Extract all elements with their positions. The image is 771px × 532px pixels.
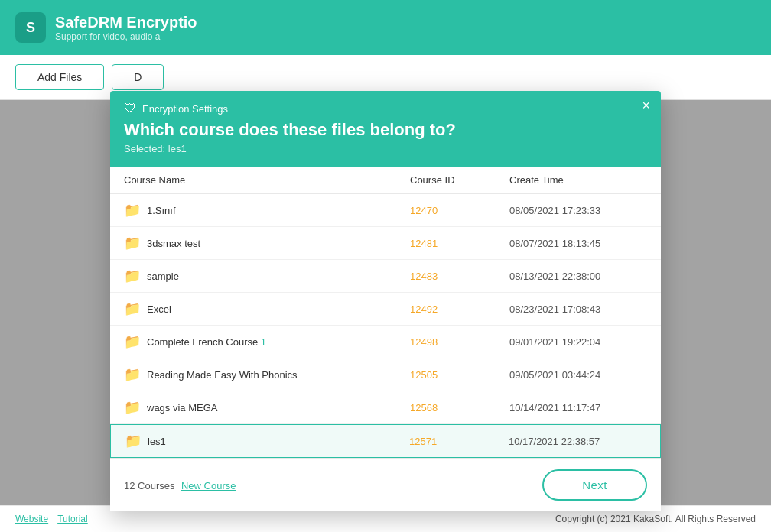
- new-course-link[interactable]: New Course: [181, 480, 236, 491]
- tutorial-link[interactable]: Tutorial: [57, 514, 88, 524]
- app-logo: S: [15, 12, 46, 43]
- table-row[interactable]: 📁Excel1249208/23/2021 17:08:43: [110, 293, 661, 326]
- dialog-footer: 12 Courses New Course Next: [110, 458, 661, 511]
- folder-icon: 📁: [124, 399, 141, 416]
- courses-count: 12 Courses: [124, 480, 174, 491]
- dialog-question: Which course does these files belong to?: [124, 120, 647, 140]
- folder-icon: 📁: [124, 333, 141, 350]
- add-files-button[interactable]: Add Files: [15, 64, 104, 90]
- folder-icon: 📁: [124, 366, 141, 383]
- modal-overlay: 🛡 Encryption Settings × Which course doe…: [0, 100, 771, 505]
- col-header-course-name: Course Name: [124, 174, 410, 186]
- course-id-cell: 12481: [410, 238, 509, 249]
- course-name: Reading Made Easy With Phonics: [147, 369, 298, 381]
- course-name: Excel: [147, 303, 171, 315]
- course-name: sample: [147, 271, 179, 282]
- course-name: Complete French Course 1: [147, 336, 266, 348]
- table-body[interactable]: 📁1.Sınıf1247008/05/2021 17:23:33📁3dsmax …: [110, 194, 661, 458]
- course-name-cell: 📁1.Sınıf: [124, 202, 410, 219]
- folder-icon: 📁: [124, 235, 141, 251]
- folder-icon: 📁: [124, 268, 141, 284]
- course-id-cell: 12568: [410, 402, 509, 414]
- footer-links: Website Tutorial: [15, 514, 88, 524]
- table-row[interactable]: 📁Complete French Course 11249809/01/2021…: [110, 326, 661, 358]
- course-id-cell: 12470: [410, 205, 509, 216]
- shield-icon: 🛡: [124, 102, 136, 115]
- course-id-cell: 12505: [410, 369, 509, 381]
- folder-icon: 📁: [125, 433, 142, 449]
- table-row[interactable]: 📁wags via MEGA1256810/14/2021 11:17:47: [110, 391, 661, 424]
- course-name-cell: 📁Reading Made Easy With Phonics: [124, 366, 410, 383]
- col-header-create-time: Create Time: [509, 174, 647, 186]
- app-title: SafeDRM Encryptio: [55, 14, 197, 31]
- dialog-close-button[interactable]: ×: [642, 99, 650, 112]
- table-row[interactable]: 📁1.Sınıf1247008/05/2021 17:23:33: [110, 194, 661, 227]
- create-time-cell: 08/07/2021 18:13:45: [509, 238, 647, 249]
- course-id-cell: 12498: [410, 336, 509, 348]
- app-subtitle: Support for video, audio a: [55, 31, 197, 42]
- app-window: S SafeDRM Encryptio Support for video, a…: [0, 0, 771, 532]
- app-title-block: SafeDRM Encryptio Support for video, aud…: [55, 14, 197, 42]
- dialog-header: 🛡 Encryption Settings × Which course doe…: [110, 91, 661, 167]
- course-id-cell: 12483: [410, 271, 509, 282]
- website-link[interactable]: Website: [15, 514, 48, 524]
- course-name-cell: 📁sample: [124, 268, 410, 284]
- course-id-cell: 12571: [409, 436, 509, 447]
- create-time-cell: 10/17/2021 22:38:57: [509, 436, 646, 447]
- create-time-cell: 09/01/2021 19:22:04: [509, 336, 647, 348]
- courses-count-area: 12 Courses New Course: [124, 478, 236, 492]
- dialog-table-container: Course Name Course ID Create Time 📁1.Sın…: [110, 167, 661, 458]
- create-time-cell: 09/05/2021 03:44:24: [509, 369, 647, 381]
- course-name-cell: 📁3dsmax test: [124, 235, 410, 251]
- table-row[interactable]: 📁Reading Made Easy With Phonics1250509/0…: [110, 358, 661, 391]
- create-time-cell: 08/05/2021 17:23:33: [509, 205, 647, 216]
- create-time-cell: 08/13/2021 22:38:00: [509, 271, 647, 282]
- course-name: 3dsmax test: [147, 238, 200, 249]
- course-name-cell: 📁les1: [125, 433, 409, 449]
- table-row[interactable]: 📁sample1248308/13/2021 22:38:00: [110, 260, 661, 293]
- course-name-cell: 📁Excel: [124, 300, 410, 317]
- folder-icon: 📁: [124, 202, 141, 219]
- toolbar-btn2[interactable]: D: [112, 64, 164, 90]
- dialog-selected-info: Selected: les1: [124, 143, 647, 154]
- col-header-course-id: Course ID: [410, 174, 509, 186]
- encryption-settings-dialog: 🛡 Encryption Settings × Which course doe…: [110, 91, 661, 511]
- next-button[interactable]: Next: [542, 469, 647, 501]
- course-name-cell: 📁Complete French Course 1: [124, 333, 410, 350]
- table-header-row: Course Name Course ID Create Time: [110, 167, 661, 194]
- logo-letter: S: [26, 20, 35, 36]
- table-row[interactable]: 📁les11257110/17/2021 22:38:57: [110, 424, 661, 458]
- folder-icon: 📁: [124, 300, 141, 317]
- course-name: les1: [148, 436, 166, 447]
- course-name: wags via MEGA: [147, 402, 217, 414]
- footer-copyright: Copyright (c) 2021 KakaSoft. All Rights …: [555, 514, 756, 524]
- dialog-header-top: 🛡 Encryption Settings: [124, 102, 647, 115]
- app-content: 🛡 Encryption Settings × Which course doe…: [0, 100, 771, 505]
- course-id-cell: 12492: [410, 303, 509, 315]
- app-header: S SafeDRM Encryptio Support for video, a…: [0, 0, 771, 55]
- create-time-cell: 08/23/2021 17:08:43: [509, 303, 647, 315]
- table-row[interactable]: 📁3dsmax test1248108/07/2021 18:13:45: [110, 227, 661, 260]
- course-name: 1.Sınıf: [147, 205, 176, 216]
- course-name-cell: 📁wags via MEGA: [124, 399, 410, 416]
- dialog-title: Encryption Settings: [142, 103, 228, 115]
- create-time-cell: 10/14/2021 11:17:47: [509, 402, 647, 414]
